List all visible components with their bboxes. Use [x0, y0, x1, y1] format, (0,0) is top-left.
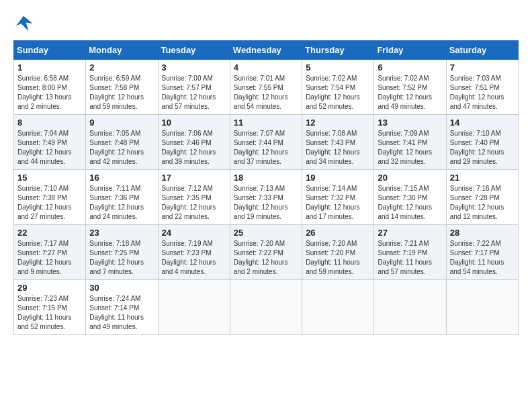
day-number: 19: [306, 173, 370, 183]
day-info: Sunrise: 7:19 AMSunset: 7:23 PMDaylight:…: [162, 240, 216, 275]
weekday-header-tuesday: Tuesday: [158, 41, 230, 60]
calendar-cell: 1 Sunrise: 6:58 AMSunset: 8:00 PMDayligh…: [14, 60, 86, 115]
day-number: 27: [378, 228, 442, 238]
day-info: Sunrise: 7:23 AMSunset: 7:15 PMDaylight:…: [17, 295, 72, 330]
day-info: Sunrise: 7:00 AMSunset: 7:57 PMDaylight:…: [162, 75, 216, 110]
day-info: Sunrise: 7:01 AMSunset: 7:55 PMDaylight:…: [234, 75, 288, 110]
calendar-week-row: 8 Sunrise: 7:04 AMSunset: 7:49 PMDayligh…: [14, 115, 519, 170]
day-info: Sunrise: 7:21 AMSunset: 7:19 PMDaylight:…: [378, 240, 432, 275]
calendar-cell: 6 Sunrise: 7:02 AMSunset: 7:52 PMDayligh…: [374, 60, 446, 115]
calendar-cell: 17 Sunrise: 7:12 AMSunset: 7:35 PMDaylig…: [158, 170, 230, 225]
calendar-week-row: 15 Sunrise: 7:10 AMSunset: 7:38 PMDaylig…: [14, 170, 519, 225]
day-number: 25: [234, 228, 298, 238]
day-number: 30: [89, 283, 154, 293]
day-number: 12: [306, 118, 370, 128]
weekday-header-sunday: Sunday: [14, 41, 86, 60]
day-number: 24: [162, 228, 226, 238]
day-info: Sunrise: 7:22 AMSunset: 7:17 PMDaylight:…: [450, 240, 504, 275]
day-info: Sunrise: 7:06 AMSunset: 7:46 PMDaylight:…: [162, 130, 216, 165]
weekday-header-wednesday: Wednesday: [230, 41, 302, 60]
calendar-cell: 3 Sunrise: 7:00 AMSunset: 7:57 PMDayligh…: [158, 60, 230, 115]
day-info: Sunrise: 7:16 AMSunset: 7:28 PMDaylight:…: [450, 185, 504, 220]
calendar-cell: 26 Sunrise: 7:20 AMSunset: 7:20 PMDaylig…: [302, 225, 374, 280]
calendar-cell: [446, 280, 518, 335]
calendar-cell: 8 Sunrise: 7:04 AMSunset: 7:49 PMDayligh…: [14, 115, 86, 170]
day-info: Sunrise: 7:04 AMSunset: 7:49 PMDaylight:…: [17, 130, 72, 165]
calendar-cell: 15 Sunrise: 7:10 AMSunset: 7:38 PMDaylig…: [14, 170, 86, 225]
calendar-cell: 14 Sunrise: 7:10 AMSunset: 7:40 PMDaylig…: [446, 115, 518, 170]
day-number: 17: [162, 173, 226, 183]
calendar-cell: [374, 280, 446, 335]
day-number: 16: [89, 173, 154, 183]
calendar-cell: 21 Sunrise: 7:16 AMSunset: 7:28 PMDaylig…: [446, 170, 518, 225]
day-info: Sunrise: 7:24 AMSunset: 7:14 PMDaylight:…: [89, 295, 144, 330]
day-info: Sunrise: 7:02 AMSunset: 7:54 PMDaylight:…: [306, 75, 360, 110]
calendar-cell: 7 Sunrise: 7:03 AMSunset: 7:51 PMDayligh…: [446, 60, 518, 115]
calendar-week-row: 22 Sunrise: 7:17 AMSunset: 7:27 PMDaylig…: [14, 225, 519, 280]
day-info: Sunrise: 7:15 AMSunset: 7:30 PMDaylight:…: [378, 185, 432, 220]
day-number: 7: [450, 62, 515, 73]
logo: [13, 13, 36, 34]
day-number: 2: [89, 62, 154, 73]
weekday-header-saturday: Saturday: [446, 41, 518, 60]
day-info: Sunrise: 7:20 AMSunset: 7:22 PMDaylight:…: [234, 240, 288, 275]
day-info: Sunrise: 7:02 AMSunset: 7:52 PMDaylight:…: [378, 75, 432, 110]
day-info: Sunrise: 7:20 AMSunset: 7:20 PMDaylight:…: [306, 240, 360, 275]
day-info: Sunrise: 7:08 AMSunset: 7:43 PMDaylight:…: [306, 130, 360, 165]
day-number: 8: [17, 118, 82, 128]
calendar-cell: 30 Sunrise: 7:24 AMSunset: 7:14 PMDaylig…: [86, 280, 158, 335]
calendar-cell: 10 Sunrise: 7:06 AMSunset: 7:46 PMDaylig…: [158, 115, 230, 170]
day-info: Sunrise: 7:17 AMSunset: 7:27 PMDaylight:…: [17, 240, 72, 275]
day-number: 5: [306, 62, 370, 73]
calendar-week-row: 1 Sunrise: 6:58 AMSunset: 8:00 PMDayligh…: [14, 60, 519, 115]
day-info: Sunrise: 6:58 AMSunset: 8:00 PMDaylight:…: [17, 75, 72, 110]
calendar-cell: 27 Sunrise: 7:21 AMSunset: 7:19 PMDaylig…: [374, 225, 446, 280]
day-number: 4: [234, 62, 298, 73]
calendar-header-row: SundayMondayTuesdayWednesdayThursdayFrid…: [14, 41, 519, 60]
day-number: 13: [378, 118, 442, 128]
calendar-cell: [302, 280, 374, 335]
calendar-cell: 5 Sunrise: 7:02 AMSunset: 7:54 PMDayligh…: [302, 60, 374, 115]
day-info: Sunrise: 7:10 AMSunset: 7:40 PMDaylight:…: [450, 130, 504, 165]
calendar-cell: 20 Sunrise: 7:15 AMSunset: 7:30 PMDaylig…: [374, 170, 446, 225]
calendar-cell: [230, 280, 302, 335]
day-info: Sunrise: 7:13 AMSunset: 7:33 PMDaylight:…: [234, 185, 288, 220]
day-number: 29: [17, 283, 82, 293]
calendar-cell: 19 Sunrise: 7:14 AMSunset: 7:32 PMDaylig…: [302, 170, 374, 225]
calendar-cell: 11 Sunrise: 7:07 AMSunset: 7:44 PMDaylig…: [230, 115, 302, 170]
weekday-header-monday: Monday: [86, 41, 158, 60]
svg-marker-0: [16, 16, 33, 32]
day-number: 14: [450, 118, 515, 128]
logo-icon: [13, 13, 34, 34]
day-info: Sunrise: 7:18 AMSunset: 7:25 PMDaylight:…: [89, 240, 144, 275]
day-number: 1: [17, 62, 82, 73]
calendar-cell: 13 Sunrise: 7:09 AMSunset: 7:41 PMDaylig…: [374, 115, 446, 170]
day-info: Sunrise: 7:12 AMSunset: 7:35 PMDaylight:…: [162, 185, 216, 220]
day-number: 6: [378, 62, 442, 73]
day-number: 21: [450, 173, 515, 183]
day-info: Sunrise: 7:09 AMSunset: 7:41 PMDaylight:…: [378, 130, 432, 165]
calendar-cell: 28 Sunrise: 7:22 AMSunset: 7:17 PMDaylig…: [446, 225, 518, 280]
day-info: Sunrise: 7:03 AMSunset: 7:51 PMDaylight:…: [450, 75, 504, 110]
calendar-cell: [158, 280, 230, 335]
day-number: 3: [162, 62, 226, 73]
calendar-cell: 24 Sunrise: 7:19 AMSunset: 7:23 PMDaylig…: [158, 225, 230, 280]
day-number: 26: [306, 228, 370, 238]
weekday-header-friday: Friday: [374, 41, 446, 60]
calendar-cell: 23 Sunrise: 7:18 AMSunset: 7:25 PMDaylig…: [86, 225, 158, 280]
day-number: 22: [17, 228, 82, 238]
day-number: 20: [378, 173, 442, 183]
calendar-cell: 2 Sunrise: 6:59 AMSunset: 7:58 PMDayligh…: [86, 60, 158, 115]
day-number: 11: [234, 118, 298, 128]
calendar-cell: 29 Sunrise: 7:23 AMSunset: 7:15 PMDaylig…: [14, 280, 86, 335]
day-info: Sunrise: 7:11 AMSunset: 7:36 PMDaylight:…: [89, 185, 144, 220]
calendar-cell: 4 Sunrise: 7:01 AMSunset: 7:55 PMDayligh…: [230, 60, 302, 115]
calendar-table: SundayMondayTuesdayWednesdayThursdayFrid…: [13, 40, 519, 335]
calendar-cell: 25 Sunrise: 7:20 AMSunset: 7:22 PMDaylig…: [230, 225, 302, 280]
calendar-cell: 16 Sunrise: 7:11 AMSunset: 7:36 PMDaylig…: [86, 170, 158, 225]
calendar-week-row: 29 Sunrise: 7:23 AMSunset: 7:15 PMDaylig…: [14, 280, 519, 335]
calendar-cell: 12 Sunrise: 7:08 AMSunset: 7:43 PMDaylig…: [302, 115, 374, 170]
weekday-header-thursday: Thursday: [302, 41, 374, 60]
day-number: 23: [89, 228, 154, 238]
calendar-cell: 22 Sunrise: 7:17 AMSunset: 7:27 PMDaylig…: [14, 225, 86, 280]
